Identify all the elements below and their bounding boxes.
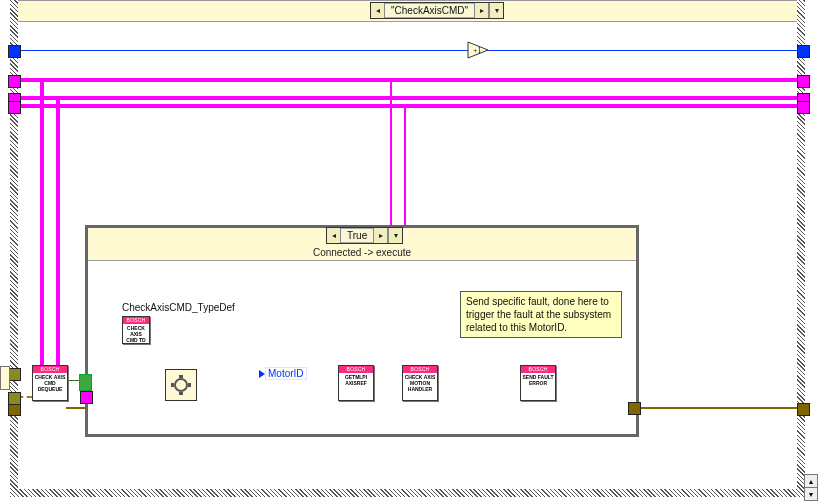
brand-stripe: BOSCH: [521, 366, 555, 373]
scroll-down-icon[interactable]: ▾: [804, 487, 818, 501]
case-dropdown-icon[interactable]: ▾: [489, 3, 503, 18]
inner-case-label: True: [341, 228, 373, 243]
outer-tunnel-brown: [797, 403, 810, 416]
diagram-canvas: ◂ "CheckAxisCMD" ▸ ▾ +1 Connected -> exe…: [0, 0, 819, 502]
svg-rect-3: [179, 392, 183, 395]
inner-case-selector-terminal: [79, 374, 92, 391]
brand-stripe: BOSCH: [33, 366, 67, 373]
outer-tunnel-pink-1: [797, 75, 810, 88]
increment-icon-label: +1: [473, 46, 482, 55]
case-dropdown-icon[interactable]: ▾: [388, 228, 402, 243]
dequeue-node-text: CHECK AXIS CMD DEQUEUE: [34, 374, 66, 399]
brand-stripe: BOSCH: [123, 317, 149, 324]
outer-case-selector[interactable]: ◂ "CheckAxisCMD" ▸ ▾: [370, 2, 504, 19]
brand-stripe: BOSCH: [403, 366, 437, 373]
typedef-node-text: CHECK AXIS CMD TD: [124, 325, 148, 342]
svg-rect-5: [188, 383, 191, 387]
wire-cluster-bus-3: [18, 104, 797, 108]
typedef-constant-node: BOSCH CHECK AXIS CMD TD: [122, 316, 150, 344]
arrowhead-icon: [259, 370, 265, 378]
case-next-arrow-icon[interactable]: ▸: [474, 3, 489, 18]
getmlpi-node-text: GETMLPI AXISREF: [340, 374, 372, 399]
outer-case-label: "CheckAxisCMD": [385, 3, 474, 18]
node-sendfault: BOSCH SEND FAULT ERROR: [520, 365, 556, 401]
outer-tunnel-left-pink-1: [8, 75, 21, 88]
sendfault-node-text: SEND FAULT ERROR: [522, 374, 554, 399]
node-dequeue: BOSCH CHECK AXIS CMD DEQUEUE: [32, 365, 68, 401]
svg-rect-4: [171, 383, 174, 387]
node-motionhandler: BOSCH CHECK AXIS MOTION HANDLER: [402, 365, 438, 401]
tunnel-pink-in: [80, 391, 93, 404]
wire-cluster-bus-1: [18, 78, 797, 82]
motionhandler-node-text: CHECK AXIS MOTION HANDLER: [404, 374, 436, 399]
node-getmlpi: BOSCH GETMLPI AXISREF: [338, 365, 374, 401]
brand-stripe: BOSCH: [339, 366, 373, 373]
outer-tunnel-left-olive: [8, 392, 21, 405]
left-edge-terminal: [0, 366, 10, 390]
svg-point-1: [175, 379, 187, 391]
typedef-label: CheckAxisCMD_TypeDef: [122, 302, 235, 313]
wire-cluster-drop-b: [56, 96, 60, 380]
comment-block: Send specific fault, done here to trigge…: [460, 291, 622, 338]
outer-tunnel-left-pink-3: [8, 101, 21, 114]
wire-cluster-drop-a: [40, 78, 44, 380]
inner-subdiagram-label: Connected -> execute: [88, 247, 636, 258]
increment-node: +1: [467, 41, 489, 59]
gear-icon: [166, 370, 196, 400]
motor-id-label: MotorID: [265, 367, 307, 380]
outer-tunnel-blue: [797, 45, 810, 58]
case-next-arrow-icon[interactable]: ▸: [373, 228, 388, 243]
tunnel-error-out: [628, 402, 641, 415]
wire-iteration-h: [18, 50, 797, 51]
outer-tunnel-left-blue: [8, 45, 21, 58]
case-prev-arrow-icon[interactable]: ◂: [371, 3, 385, 18]
inner-case-selector[interactable]: ◂ True ▸ ▾: [326, 227, 403, 244]
node-unbundle: [165, 369, 197, 401]
case-prev-arrow-icon[interactable]: ◂: [327, 228, 341, 243]
svg-rect-2: [179, 375, 183, 378]
outer-tunnel-pink-3: [797, 101, 810, 114]
wire-cluster-bus-2: [18, 96, 797, 100]
scroll-up-icon[interactable]: ▴: [804, 474, 818, 488]
